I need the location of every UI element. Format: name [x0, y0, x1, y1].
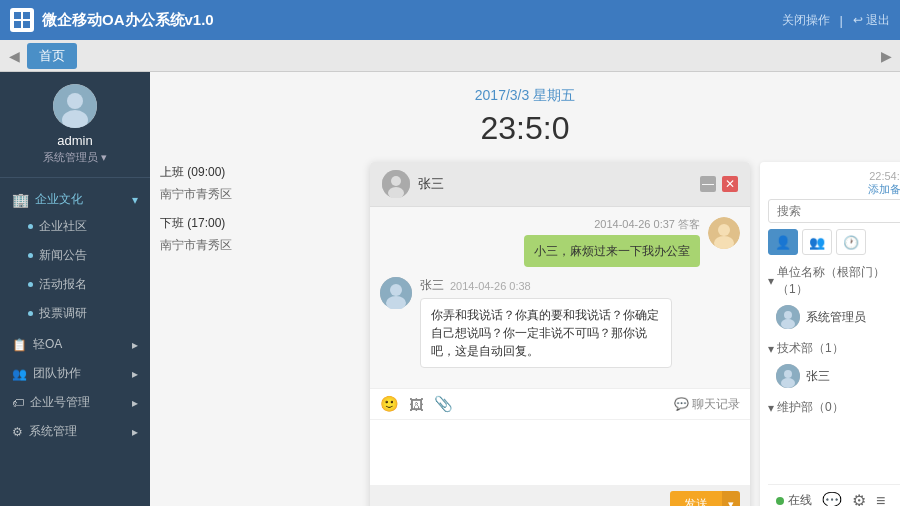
- chat-input[interactable]: [380, 426, 740, 476]
- sidebar-group-culture[interactable]: 🏢 企业文化 ▾: [0, 183, 150, 212]
- tab-group[interactable]: 👥: [802, 229, 832, 255]
- chat-contact-name: 张三: [418, 175, 444, 193]
- date-bar: 2017/3/3 星期五 23:5:0: [150, 72, 900, 152]
- culture-chevron-icon: ▾: [132, 193, 138, 207]
- chat-history-button[interactable]: 💬 聊天记录: [674, 396, 740, 413]
- add-note-button[interactable]: 添加备注: [868, 183, 900, 195]
- sidebar-item-vote[interactable]: 投票调研: [0, 299, 150, 328]
- corp-icon: 🏷: [12, 396, 24, 410]
- svg-point-18: [781, 319, 795, 329]
- send-button-group: 发送 ▾: [670, 491, 740, 506]
- panel-time-row: 22:54:46 添加备注: [768, 170, 900, 197]
- dot-icon: [28, 224, 33, 229]
- svg-point-5: [67, 93, 83, 109]
- oa-label: 轻OA: [33, 336, 62, 353]
- home-content: 2017/3/3 星期五 23:5:0 上班 (09:00) 南宁市青秀区 下班…: [150, 72, 900, 506]
- team-label: 团队协作: [33, 365, 81, 382]
- exit-label: 退出: [866, 12, 890, 29]
- oa-chevron-icon: ▸: [132, 338, 138, 352]
- dot-icon: [28, 253, 33, 258]
- svg-point-14: [390, 284, 402, 296]
- contact-item-admin[interactable]: 系统管理员: [768, 301, 900, 333]
- group-tech-label: 技术部（1）: [777, 340, 844, 357]
- outgoing-msg-bubble: 小三，麻烦过来一下我办公室: [524, 235, 700, 267]
- menu-icon[interactable]: ≡: [876, 492, 885, 507]
- chat-minimize-button[interactable]: —: [700, 176, 716, 192]
- tab-time[interactable]: 🕐: [836, 229, 866, 255]
- contact-group-maintain: ▾ 维护部（0）: [768, 396, 900, 419]
- sidebar-group-sysadmin[interactable]: ⚙ 系统管理 ▸: [0, 415, 150, 444]
- attachment-icon[interactable]: 📎: [434, 395, 453, 413]
- chat-input-area: [370, 419, 750, 485]
- svg-point-17: [784, 311, 792, 319]
- contact-group-root: ▾ 单位名称（根部门）（1） 系统管理员: [768, 261, 900, 333]
- home-grid: 上班 (09:00) 南宁市青秀区 下班 (17:00) 南宁市青秀区: [150, 152, 900, 506]
- tab-people[interactable]: 👤: [768, 229, 798, 255]
- svg-rect-2: [14, 21, 21, 28]
- tab-prev-button[interactable]: ◀: [5, 47, 23, 65]
- panel-time: 22:54:46: [869, 170, 900, 182]
- clock-display: 23:5:0: [150, 110, 900, 147]
- send-button[interactable]: 发送: [670, 491, 722, 506]
- activity-label: 活动报名: [39, 276, 87, 293]
- sidebar-user: admin 系统管理员 ▾: [0, 72, 150, 178]
- incoming-msg-header: 张三 2014-04-26 0:38: [420, 277, 672, 294]
- chat-message-outgoing: 2014-04-26 0:37 答客 小三，麻烦过来一下我办公室: [380, 217, 740, 267]
- sidebar-group-corpnum[interactable]: 🏷 企业号管理 ▸: [0, 386, 150, 415]
- close-ops-button[interactable]: 关闭操作: [782, 12, 830, 29]
- chat-body: 2014-04-26 0:37 答客 小三，麻烦过来一下我办公室: [370, 207, 750, 388]
- contact-search-input[interactable]: [768, 199, 900, 223]
- culture-label: 企业文化: [35, 191, 83, 208]
- sysadmin-icon: ⚙: [12, 425, 23, 439]
- speech-icon: 💬: [674, 397, 689, 411]
- sidebar-group-team[interactable]: 👥 团队协作 ▸: [0, 357, 150, 386]
- team-icon: 👥: [12, 367, 27, 381]
- svg-rect-1: [23, 12, 30, 19]
- svg-rect-0: [14, 12, 21, 19]
- online-status[interactable]: 在线: [776, 492, 812, 506]
- group-maintain-header[interactable]: ▾ 维护部（0）: [768, 396, 900, 419]
- exit-button[interactable]: ↩ 退出: [853, 12, 890, 29]
- corp-label: 企业号管理: [30, 394, 90, 411]
- logo-icon: [10, 8, 34, 32]
- group-maintain-chevron-icon: ▾: [768, 401, 774, 415]
- group-tech-header[interactable]: ▾ 技术部（1）: [768, 337, 900, 360]
- news-label: 新闻公告: [39, 247, 87, 264]
- contact-avatar-admin: [776, 305, 800, 329]
- sidebar-item-community[interactable]: 企业社区: [0, 212, 150, 241]
- right-contact-panel: 22:54:46 添加备注 👤 👥 🕐 ▾ 单位名称（根部门）（1）: [760, 162, 900, 506]
- sidebar-group-oa[interactable]: 📋 轻OA ▸: [0, 328, 150, 357]
- settings-icon[interactable]: ⚙: [852, 491, 866, 506]
- topbar: 微企移动OA办公系统v1.0 关闭操作 | ↩ 退出: [0, 0, 900, 40]
- sysadmin-chevron-icon: ▸: [132, 425, 138, 439]
- contact-item-zhangsan[interactable]: 张三: [768, 360, 900, 392]
- group-root-chevron-icon: ▾: [768, 274, 774, 288]
- online-label: 在线: [788, 492, 812, 506]
- chat-icon[interactable]: 💬: [822, 491, 842, 506]
- oa-icon: 📋: [12, 338, 27, 352]
- send-dropdown-button[interactable]: ▾: [722, 491, 740, 506]
- image-icon[interactable]: 🖼: [409, 396, 424, 413]
- contact-tabs: 👤 👥 🕐: [768, 229, 900, 255]
- tabbar: ◀ 首页 ▶: [0, 40, 900, 72]
- status-dot-icon: [776, 497, 784, 505]
- tab-next-button[interactable]: ▶: [877, 47, 895, 65]
- tab-home[interactable]: 首页: [27, 43, 77, 69]
- group-tech-chevron-icon: ▾: [768, 342, 774, 356]
- outgoing-msg-content: 2014-04-26 0:37 答客 小三，麻烦过来一下我办公室: [524, 217, 700, 267]
- svg-point-21: [781, 378, 795, 388]
- sidebar-item-news[interactable]: 新闻公告: [0, 241, 150, 270]
- chat-close-button[interactable]: ✕: [722, 176, 738, 192]
- user-role[interactable]: 系统管理员 ▾: [43, 150, 107, 165]
- group-root-header[interactable]: ▾ 单位名称（根部门）（1）: [768, 261, 900, 301]
- user-avatar: [53, 84, 97, 128]
- work-on-label: 上班 (09:00): [160, 162, 360, 184]
- chat-dialog: 张三 — ✕: [370, 162, 750, 506]
- group-maintain-label: 维护部（0）: [777, 399, 844, 416]
- sidebar-item-activity[interactable]: 活动报名: [0, 270, 150, 299]
- svg-point-8: [391, 176, 401, 186]
- emoji-icon[interactable]: 🙂: [380, 395, 399, 413]
- exit-icon: ↩: [853, 13, 863, 27]
- work-on-location: 南宁市青秀区: [160, 184, 360, 206]
- community-label: 企业社区: [39, 218, 87, 235]
